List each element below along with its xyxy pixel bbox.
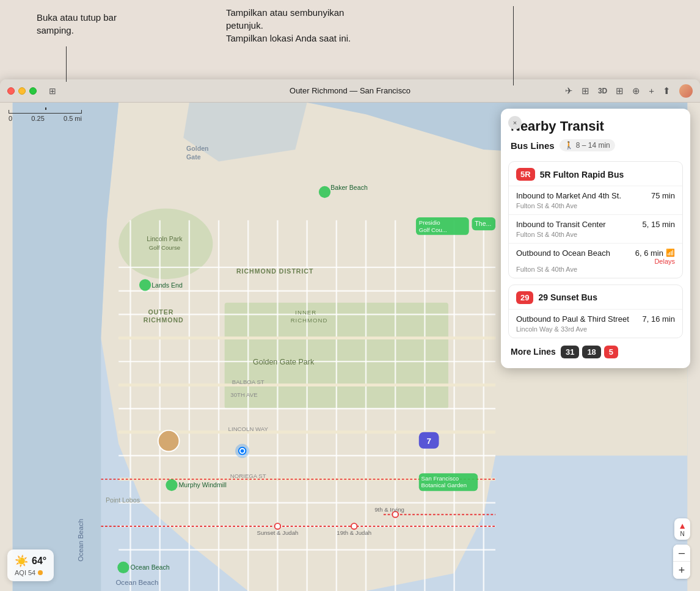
svg-text:Ocean Beach: Ocean Beach: [115, 579, 158, 586]
weather-sun-icon: ☀️: [15, 554, 28, 568]
svg-text:Ocean Beach: Ocean Beach: [130, 564, 169, 571]
scale-line: [9, 110, 82, 114]
bus-route-top-3: Outbound to Ocean Beach 6, 6 min 📶 Delay…: [516, 248, 675, 265]
more-line-badges: 31 18 5: [561, 346, 618, 358]
bus-route-time-3: 6, 6 min: [635, 248, 663, 258]
svg-text:9th & Irving: 9th & Irving: [374, 506, 404, 513]
svg-text:Golf Course: Golf Course: [149, 244, 180, 251]
more-badge-18[interactable]: 18: [582, 346, 600, 358]
svg-text:OUTER: OUTER: [148, 308, 173, 316]
bus-line-5r-header: 5R 5R Fulton Rapid Bus: [509, 162, 682, 186]
bus-line-29-section[interactable]: 29 29 Sunset Bus Outbound to Paul & Thir…: [508, 285, 683, 338]
bus-route-row-3[interactable]: Outbound to Ocean Beach 6, 6 min 📶 Delay…: [509, 244, 682, 278]
avatar[interactable]: [679, 84, 693, 98]
minimize-button[interactable]: [18, 87, 26, 95]
bus-route-dest-3: Outbound to Ocean Beach: [516, 248, 635, 259]
more-badge-5[interactable]: 5: [604, 346, 618, 358]
svg-point-51: [319, 186, 330, 198]
scale-bar: 0 0.25 0.5 mi: [9, 110, 82, 122]
svg-text:Botanical Garden: Botanical Garden: [421, 482, 467, 488]
svg-text:San Francisco: San Francisco: [421, 475, 459, 482]
svg-point-77: [351, 523, 357, 529]
weather-aqi: AQI 54: [15, 569, 46, 576]
svg-point-75: [275, 523, 281, 529]
svg-text:7: 7: [426, 437, 431, 446]
compass-n-label: N: [680, 531, 684, 537]
bus-route-top-29-1: Outbound to Paul & Third Street 7, 16 mi…: [516, 314, 675, 325]
layers-icon[interactable]: ⊞: [616, 85, 624, 96]
svg-point-56: [139, 279, 151, 291]
clock-icon[interactable]: ⊕: [632, 85, 640, 96]
directions-annotation-line: [513, 6, 514, 85]
bus-badge-29: 29: [516, 291, 533, 304]
svg-text:BALBOA ST: BALBOA ST: [232, 379, 264, 385]
more-badge-31[interactable]: 31: [561, 346, 579, 358]
zoom-in-button[interactable]: +: [673, 562, 690, 579]
weather-row: ☀️ 64°: [15, 554, 46, 568]
app-window: ⊞ Outer Richmond — San Francisco ✈ ⊞ 3D …: [0, 79, 700, 591]
bus-badge-5r: 5R: [516, 168, 535, 181]
fullscreen-button[interactable]: [29, 87, 37, 95]
delay-icon: 📶: [666, 248, 675, 257]
svg-text:RICHMOND: RICHMOND: [144, 316, 184, 324]
bus-route-time-1: 75 min: [651, 191, 675, 200]
svg-text:Lincoln Park: Lincoln Park: [147, 235, 183, 242]
svg-text:Golf Cou...: Golf Cou...: [419, 227, 447, 233]
svg-text:Point Lobos: Point Lobos: [106, 496, 140, 504]
aqi-label: AQI 54: [15, 569, 35, 576]
directions-annotation: Tampilkan atau sembunyikan petunjuk. Tam…: [226, 6, 360, 45]
panel-subtitle: Bus Lines: [511, 140, 555, 151]
bus-route-stop-1: Fulton St & 40th Ave: [516, 202, 675, 209]
bus-route-top-2: Inbound to Transit Center 5, 15 min: [516, 220, 675, 230]
bus-route-row-1[interactable]: Inbound to Market And 4th St. 75 min Ful…: [509, 186, 682, 215]
weather-widget: ☀️ 64° AQI 54: [7, 549, 54, 581]
bus-route-row-2[interactable]: Inbound to Transit Center 5, 15 min Fult…: [509, 215, 682, 244]
more-lines-label: More Lines: [511, 347, 556, 357]
zoom-out-button[interactable]: –: [673, 545, 690, 562]
bus-route-stop-3: Fulton St & 40th Ave: [516, 266, 675, 273]
svg-text:The...: The...: [475, 220, 491, 227]
titlebar: ⊞ Outer Richmond — San Francisco ✈ ⊞ 3D …: [0, 79, 700, 103]
svg-text:Lands End: Lands End: [151, 281, 183, 289]
svg-text:19th & Judah: 19th & Judah: [337, 529, 371, 536]
panel-title: Nearby Transit: [511, 118, 680, 134]
weather-temp: 64°: [32, 556, 46, 567]
map-area[interactable]: RICHMOND DISTRICT INNER RICHMOND OUTER R…: [0, 103, 700, 591]
delay-text: Delays: [635, 258, 675, 265]
svg-text:Golden Gate Park: Golden Gate Park: [253, 358, 315, 366]
location-icon[interactable]: ✈: [565, 85, 573, 96]
svg-point-81: [158, 430, 180, 452]
add-icon[interactable]: +: [649, 85, 654, 96]
panel-subtitle-row: Bus Lines 🚶 8 – 14 min: [511, 139, 680, 151]
svg-text:NORIEGA ST: NORIEGA ST: [230, 473, 266, 479]
3d-button[interactable]: 3D: [598, 87, 607, 95]
bus-route-top-1: Inbound to Market And 4th St. 75 min: [516, 191, 675, 201]
panel-close-button[interactable]: ×: [508, 116, 522, 129]
bus-line-5r-name: 5R Fulton Rapid Bus: [540, 170, 624, 179]
window-title: Outer Richmond — San Francisco: [290, 86, 410, 95]
svg-point-72: [241, 449, 244, 453]
delay-row: 6, 6 min 📶: [635, 248, 675, 258]
transit-panel: × Nearby Transit Bus Lines 🚶 8 – 14 min …: [501, 109, 690, 368]
bus-route-dest-29-1: Outbound to Paul & Third Street: [516, 314, 643, 325]
bus-route-row-29-1[interactable]: Outbound to Paul & Third Street 7, 16 mi…: [509, 310, 682, 338]
svg-text:Baker Beach: Baker Beach: [330, 184, 368, 191]
svg-text:Murphy Windmill: Murphy Windmill: [179, 481, 227, 488]
svg-text:Golden: Golden: [186, 145, 209, 152]
compass-container: ▲ N: [674, 518, 690, 540]
map-controls: ▲ N – +: [673, 518, 690, 579]
share-icon[interactable]: ⬆: [663, 85, 671, 96]
close-button[interactable]: [7, 87, 15, 95]
scale-labels: 0 0.25 0.5 mi: [9, 115, 82, 122]
bus-route-dest-1: Inbound to Market And 4th St.: [516, 191, 651, 201]
map-icon[interactable]: ⊞: [582, 85, 589, 96]
aqi-dot: [38, 570, 43, 575]
svg-text:INNER: INNER: [295, 309, 316, 316]
svg-text:RICHMOND DISTRICT: RICHMOND DISTRICT: [236, 267, 313, 275]
sidebar-annotation-line: [66, 46, 67, 82]
bus-line-5r-section[interactable]: 5R 5R Fulton Rapid Bus Inbound to Market…: [508, 161, 683, 278]
compass-north-triangle: ▲: [678, 521, 687, 531]
more-lines-row[interactable]: More Lines 31 18 5: [501, 338, 690, 358]
bus-route-time-29-1: 7, 16 min: [643, 314, 675, 324]
sidebar-toggle-button[interactable]: ⊞: [46, 85, 59, 97]
